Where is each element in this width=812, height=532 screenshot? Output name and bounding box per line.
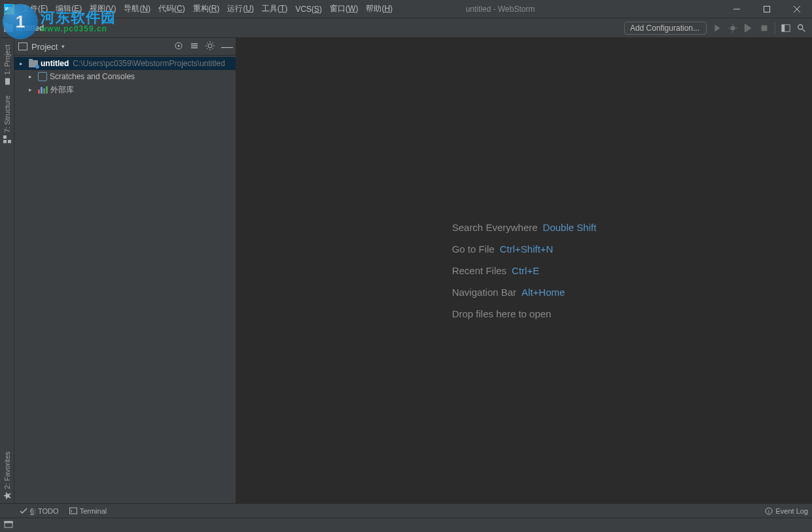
breadcrumb-root: untitled — [16, 24, 44, 33]
menu-code[interactable]: 代码(C) — [154, 1, 189, 17]
svg-rect-8 — [3, 140, 7, 143]
hint-search-everywhere: Search Everywhere Double Shift — [452, 222, 597, 233]
svg-point-1 — [731, 26, 735, 30]
svg-point-13 — [208, 44, 212, 48]
hint-drop-files: Drop files here to open — [452, 308, 597, 319]
stop-icon[interactable] — [759, 23, 769, 33]
gutter-favorites-label: 2: Favorites — [3, 452, 11, 489]
nav-toolbar: untitled Add Configuration... — [0, 18, 812, 38]
project-tool-window: Project ▾ — ▸ untitled C:\Users\pc0359\W… — [14, 38, 236, 503]
svg-rect-9 — [3, 135, 7, 139]
main-area: 1: Project 7: Structure 2: Favorites Pro… — [0, 38, 812, 503]
menu-vcs[interactable]: VCS(S) — [291, 2, 326, 16]
toolbar-right: Add Configuration... — [624, 22, 812, 35]
event-log-label: Event Log — [775, 507, 808, 515]
chevron-right-icon: ▸ — [20, 60, 26, 67]
menu-run[interactable]: 运行(U) — [223, 1, 258, 17]
hint-go-to-file: Go to File Ctrl+Shift+N — [452, 243, 597, 255]
hint-shortcut: Ctrl+Shift+N — [500, 243, 554, 255]
add-configuration-label: Add Configuration... — [630, 24, 699, 33]
toolbar-divider — [775, 22, 775, 34]
hint-shortcut: Alt+Home — [521, 287, 565, 298]
gutter-favorites-button[interactable]: 2: Favorites — [2, 448, 12, 503]
layout-icon[interactable] — [781, 23, 791, 33]
left-tool-gutter: 1: Project 7: Structure 2: Favorites — [0, 38, 14, 503]
editor-empty-hints: Search Everywhere Double Shift Go to Fil… — [452, 222, 597, 319]
run-coverage-icon[interactable] — [743, 23, 754, 33]
minimize-button[interactable] — [722, 0, 752, 18]
hint-label: Search Everywhere — [452, 222, 538, 233]
folder-icon — [29, 60, 38, 67]
hide-tool-icon[interactable]: — — [221, 43, 233, 50]
close-button[interactable] — [782, 0, 812, 18]
svg-point-6 — [798, 24, 803, 29]
title-bar: WS 文件(F) 编辑(E) 视图(V) 导航(N) 代码(C) 重构(R) 运… — [0, 0, 812, 18]
menu-navigate[interactable]: 导航(N) — [120, 1, 154, 17]
run-icon[interactable] — [712, 23, 722, 33]
locate-icon[interactable] — [174, 41, 183, 52]
menu-window[interactable]: 窗口(W) — [326, 1, 362, 17]
svg-rect-3 — [762, 25, 768, 31]
hint-recent-files: Recent Files Ctrl+E — [452, 265, 597, 276]
menu-file[interactable]: 文件(F) — [18, 1, 52, 17]
tree-root-path: C:\Users\pc0359\WebstormProjects\untitle… — [73, 59, 225, 68]
bottom-todo-button[interactable]: 6: TODO — [20, 507, 59, 515]
hint-label: Recent Files — [452, 265, 506, 276]
debug-icon[interactable] — [728, 23, 738, 33]
window-controls — [722, 0, 812, 18]
tree-scratches-row[interactable]: ▸ Scratches and Consoles — [14, 70, 236, 83]
svg-text:i: i — [769, 508, 770, 514]
menu-bar: 文件(F) 编辑(E) 视图(V) 导航(N) 代码(C) 重构(R) 运行(U… — [18, 1, 397, 17]
hint-shortcut: Ctrl+E — [512, 265, 539, 276]
breadcrumb[interactable]: untitled — [0, 24, 44, 33]
tree-external-libs-label: 外部库 — [50, 84, 74, 96]
svg-point-12 — [178, 44, 180, 46]
hint-label: Go to File — [452, 243, 495, 255]
svg-rect-5 — [782, 24, 785, 31]
tree-root-name: untitled — [41, 59, 69, 68]
gutter-project-label: 1: Project — [3, 44, 11, 75]
bottom-terminal-label: Terminal — [80, 507, 107, 515]
tree-root-row[interactable]: ▸ untitled C:\Users\pc0359\WebstormProje… — [14, 57, 236, 70]
project-header-actions: — — [174, 41, 233, 52]
gutter-structure-label: 7: Structure — [3, 96, 11, 133]
app-icon: WS — [4, 4, 14, 14]
svg-rect-14 — [69, 508, 77, 514]
settings-icon[interactable] — [205, 41, 215, 52]
hint-label: Navigation Bar — [452, 287, 516, 298]
menu-refactor[interactable]: 重构(R) — [189, 1, 224, 17]
folder-icon — [4, 24, 13, 32]
collapse-all-icon[interactable] — [190, 41, 199, 52]
bottom-terminal-button[interactable]: Terminal — [69, 507, 107, 515]
windows-tool-icon[interactable] — [4, 520, 13, 531]
event-log-button[interactable]: i Event Log — [765, 507, 808, 515]
project-tool-header: Project ▾ — — [14, 38, 236, 56]
menu-help[interactable]: 帮助(H) — [362, 1, 397, 17]
project-view-icon — [18, 43, 27, 50]
maximize-button[interactable] — [752, 0, 782, 18]
svg-rect-0 — [764, 6, 770, 12]
add-configuration-button[interactable]: Add Configuration... — [624, 22, 707, 35]
scratches-icon — [38, 72, 47, 81]
search-everywhere-icon[interactable] — [796, 23, 807, 33]
menu-tools[interactable]: 工具(T) — [258, 1, 291, 17]
gutter-structure-button[interactable]: 7: Structure — [2, 92, 12, 147]
svg-rect-2 — [745, 24, 747, 31]
menu-edit[interactable]: 编辑(E) — [52, 1, 86, 17]
chevron-right-icon: ▸ — [29, 73, 35, 80]
svg-rect-18 — [5, 522, 12, 523]
svg-rect-7 — [5, 78, 10, 84]
hint-label: Drop files here to open — [452, 308, 552, 319]
project-tool-title[interactable]: Project ▾ — [18, 42, 65, 52]
gutter-project-button[interactable]: 1: Project — [2, 41, 12, 89]
tree-scratches-label: Scratches and Consoles — [50, 72, 135, 81]
dropdown-icon: ▾ — [62, 43, 65, 50]
hint-shortcut: Double Shift — [543, 222, 597, 233]
bottom-todo-label: 6: TODO — [30, 507, 59, 515]
editor-area[interactable]: Search Everywhere Double Shift Go to Fil… — [236, 38, 812, 503]
tree-external-libs-row[interactable]: ▸ 外部库 — [14, 83, 236, 96]
svg-rect-10 — [8, 140, 11, 143]
project-tree: ▸ untitled C:\Users\pc0359\WebstormProje… — [14, 56, 236, 98]
menu-view[interactable]: 视图(V) — [86, 1, 120, 17]
chevron-right-icon: ▸ — [29, 86, 35, 93]
